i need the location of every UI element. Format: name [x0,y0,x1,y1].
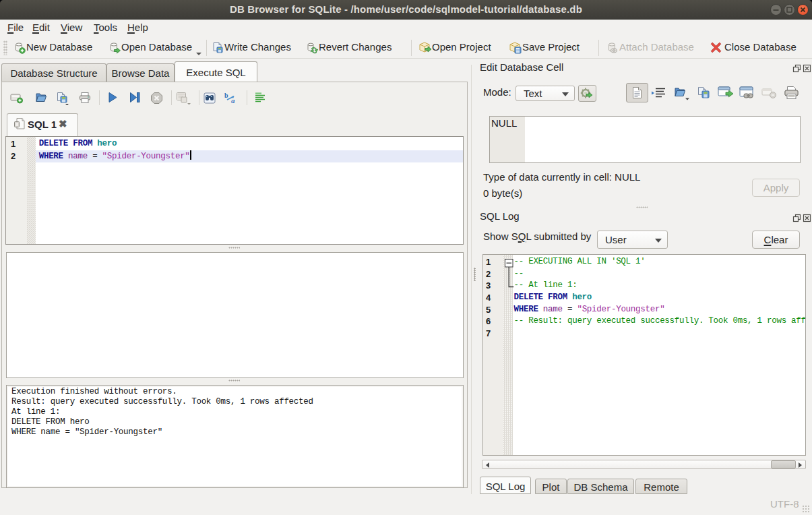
svg-text:b: b [224,92,228,99]
